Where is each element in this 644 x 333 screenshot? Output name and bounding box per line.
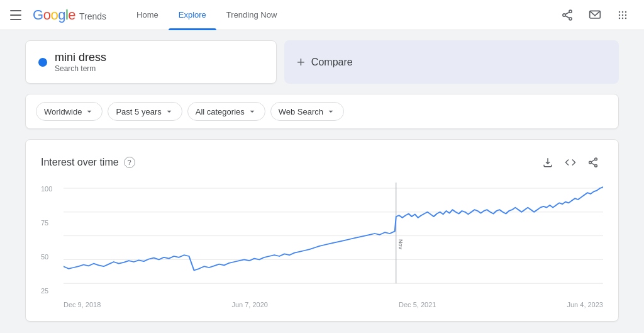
svg-point-9 — [619, 14, 621, 16]
svg-point-11 — [625, 14, 627, 16]
x-labels: Dec 9, 2018 Jun 7, 2020 Dec 5, 2021 Jun … — [64, 298, 603, 308]
chart-embed-button[interactable] — [560, 152, 580, 172]
chart-title-area: Interest over time ? — [41, 157, 135, 168]
filter-region[interactable]: Worldwide — [36, 102, 103, 121]
chart-plot-area: Nov Dec 9, 2018 Jun 7, 2020 Dec 5, 2021 … — [64, 183, 603, 308]
chart-help-icon[interactable]: ? — [124, 157, 135, 168]
logo: Google Trends — [33, 7, 106, 23]
compare-label: Compare — [311, 57, 353, 68]
y-label-100: 100 — [41, 185, 64, 193]
apps-button[interactable] — [611, 4, 634, 26]
svg-point-16 — [589, 161, 592, 164]
chart-card: Interest over time ? — [25, 139, 619, 322]
filter-type[interactable]: Web Search — [270, 102, 344, 121]
filter-category-label: All categories — [196, 107, 245, 116]
filters-row: Worldwide Past 5 years All categories We… — [25, 94, 619, 129]
svg-line-4 — [565, 16, 569, 18]
menu-icon[interactable] — [10, 8, 25, 23]
term-dot — [38, 58, 47, 67]
x-label-2: Dec 5, 2021 — [399, 301, 436, 308]
x-label-1: Jun 7, 2020 — [231, 301, 268, 308]
filter-time-label: Past 5 years — [116, 107, 161, 116]
logo-trends-text: Trends — [79, 11, 106, 21]
search-term-card: mini dress Search term — [25, 40, 277, 84]
term-name: mini dress — [55, 51, 106, 64]
nav-home[interactable]: Home — [126, 0, 169, 30]
chart-download-button[interactable] — [538, 152, 558, 172]
filter-region-label: Worldwide — [44, 107, 82, 116]
svg-point-13 — [622, 17, 624, 19]
chart-header: Interest over time ? — [41, 152, 603, 172]
svg-point-7 — [622, 11, 624, 13]
y-label-25: 25 — [41, 287, 64, 295]
main-content: mini dress Search term + Compare Worldwi… — [0, 30, 644, 332]
main-nav: Home Explore Trending Now — [126, 0, 556, 30]
term-info: mini dress Search term — [55, 51, 106, 73]
feedback-button[interactable] — [584, 4, 606, 26]
search-row: mini dress Search term + Compare — [25, 40, 619, 84]
svg-line-19 — [591, 163, 594, 165]
logo-google-text: Google — [33, 7, 75, 23]
header-actions — [556, 4, 634, 26]
svg-line-18 — [591, 160, 594, 162]
nav-trending-now[interactable]: Trending Now — [216, 0, 287, 30]
svg-point-12 — [619, 17, 621, 19]
chart-svg: Nov — [64, 183, 603, 296]
svg-point-0 — [569, 10, 572, 13]
x-label-3: Jun 4, 2023 — [567, 301, 603, 308]
svg-point-1 — [563, 13, 565, 16]
chart-actions — [538, 152, 603, 172]
svg-point-6 — [619, 11, 621, 13]
x-label-0: Dec 9, 2018 — [64, 301, 101, 308]
svg-point-14 — [625, 17, 627, 19]
svg-line-3 — [565, 12, 569, 14]
svg-point-17 — [595, 164, 597, 167]
compare-card[interactable]: + Compare — [284, 40, 619, 84]
compare-plus-icon: + — [297, 54, 305, 71]
svg-point-15 — [595, 158, 597, 161]
term-type: Search term — [55, 64, 106, 73]
svg-text:Nov: Nov — [397, 239, 405, 249]
filter-category[interactable]: All categories — [187, 102, 265, 121]
nav-explore[interactable]: Explore — [169, 0, 216, 30]
chart-container: 100 75 50 25 Nov — [41, 183, 603, 308]
filter-time[interactable]: Past 5 years — [108, 102, 182, 121]
share-button[interactable] — [556, 4, 579, 26]
chart-share-button[interactable] — [583, 152, 603, 172]
filter-type-label: Web Search — [279, 107, 323, 116]
y-label-75: 75 — [41, 219, 64, 227]
svg-point-2 — [569, 17, 572, 20]
chart-title: Interest over time — [41, 157, 119, 168]
app-header: Google Trends Home Explore Trending Now — [0, 0, 644, 30]
y-label-50: 50 — [41, 253, 64, 261]
svg-point-8 — [625, 11, 627, 13]
svg-point-10 — [622, 14, 624, 16]
